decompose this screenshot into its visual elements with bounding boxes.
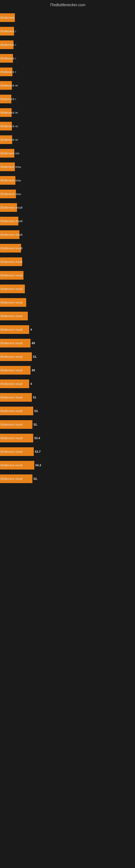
bar-row: Bottleneck resu bbox=[0, 174, 135, 187]
bar-row: Bottleneck result53. bbox=[0, 404, 135, 417]
bar-fill bbox=[0, 162, 15, 171]
bar-fill bbox=[0, 379, 29, 388]
bar-value: 49 bbox=[32, 341, 35, 345]
bar-fill bbox=[0, 176, 15, 185]
bar-value: 54.3 bbox=[35, 464, 41, 467]
bar-value: 4 bbox=[30, 382, 32, 385]
bar-fill bbox=[0, 95, 11, 103]
bar-value: 51. bbox=[33, 355, 37, 358]
bar-fill bbox=[0, 257, 22, 266]
bar-row: Bottleneck result4 bbox=[0, 323, 135, 336]
bar-value: 53.4 bbox=[34, 436, 40, 440]
bar-row: Bottleneck result49 bbox=[0, 364, 135, 377]
bar-row: Bottleneck result bbox=[0, 201, 135, 214]
bar-row: Bottleneck result bbox=[0, 310, 135, 322]
bar-row: Bottleneck result49 bbox=[0, 337, 135, 350]
bar-row: Bottleneck result53.4 bbox=[0, 432, 135, 444]
bar-fill bbox=[0, 190, 16, 198]
bar-row: Bottleneck result bbox=[0, 215, 135, 227]
bar-fill bbox=[0, 461, 34, 469]
bar-fill bbox=[0, 393, 32, 402]
bar-row: Bottleneck r bbox=[0, 52, 135, 65]
bar-row: Bottleneck result51. bbox=[0, 350, 135, 363]
bar-row: Bottleneck result54.3 bbox=[0, 459, 135, 472]
bar-fill bbox=[0, 203, 17, 212]
bar-value: 53.7 bbox=[35, 450, 41, 453]
bar-row: Bottleneck result52. bbox=[0, 418, 135, 431]
bar-row: Bottleneck re bbox=[0, 79, 135, 92]
bar-fill bbox=[0, 54, 13, 63]
bar-row: Bottleneck result bbox=[0, 269, 135, 282]
bar-row: Bottleneck resu bbox=[0, 187, 135, 200]
bar-fill bbox=[0, 352, 32, 361]
bar-value: 4 bbox=[30, 328, 32, 331]
bar-row: Bottleneck result53.7 bbox=[0, 445, 135, 458]
bar-fill bbox=[0, 434, 33, 442]
bar-fill bbox=[0, 447, 34, 456]
bar-fill bbox=[0, 13, 15, 22]
bar-fill bbox=[0, 366, 31, 375]
bar-row: Bottleneck re bbox=[0, 106, 135, 119]
bar-fill bbox=[0, 108, 12, 117]
bar-value: 51 bbox=[33, 396, 36, 399]
bar-fill bbox=[0, 135, 12, 144]
site-title: TheBottlenecker.com bbox=[0, 0, 135, 8]
bar-fill bbox=[0, 230, 19, 239]
bar-fill bbox=[0, 407, 33, 415]
bar-row: Bottleneck res bbox=[0, 147, 135, 160]
bar-fill bbox=[0, 27, 14, 35]
bar-fill bbox=[0, 67, 12, 76]
bar-value: 49 bbox=[32, 369, 35, 372]
bar-fill bbox=[0, 217, 18, 225]
bar-value: 52. bbox=[34, 477, 38, 480]
bar-fill bbox=[0, 339, 31, 347]
bar-fill bbox=[0, 244, 21, 252]
bar-row: Bottleneck result bbox=[0, 242, 135, 255]
bar-row: Bottleneck result bbox=[0, 282, 135, 296]
bar-row: Bottleneck r bbox=[0, 65, 135, 79]
chart-container: BottleneckBottleneck rBottleneck rBottle… bbox=[0, 8, 135, 489]
bar-row: Bottleneck re bbox=[0, 120, 135, 133]
bar-fill bbox=[0, 149, 14, 158]
bar-row: Bottleneck result bbox=[0, 296, 135, 309]
bar-value: 52. bbox=[34, 423, 38, 426]
bar-row: Bottleneck resu bbox=[0, 160, 135, 173]
bar-row: Bottleneck r bbox=[0, 38, 135, 51]
bar-row: Bottleneck result bbox=[0, 228, 135, 241]
bar-fill bbox=[0, 122, 12, 130]
bar-row: Bottleneck result51 bbox=[0, 391, 135, 404]
bar-fill bbox=[0, 312, 28, 320]
bar-row: Bottleneck r bbox=[0, 25, 135, 38]
bar-row: Bottleneck result4 bbox=[0, 377, 135, 390]
bar-row: Bottleneck bbox=[0, 11, 135, 24]
bar-fill bbox=[0, 284, 25, 293]
bar-fill bbox=[0, 81, 12, 90]
bar-fill bbox=[0, 40, 13, 49]
bar-row: Bottleneck re bbox=[0, 133, 135, 146]
bar-fill bbox=[0, 271, 24, 280]
bar-row: Bottleneck result bbox=[0, 255, 135, 268]
bar-row: Bottleneck r bbox=[0, 93, 135, 105]
bar-value: 53. bbox=[34, 409, 38, 412]
bar-fill bbox=[0, 325, 29, 334]
bar-fill bbox=[0, 420, 32, 429]
bar-fill bbox=[0, 298, 26, 307]
bar-row: Bottleneck result52. bbox=[0, 472, 135, 485]
bar-fill bbox=[0, 474, 32, 483]
